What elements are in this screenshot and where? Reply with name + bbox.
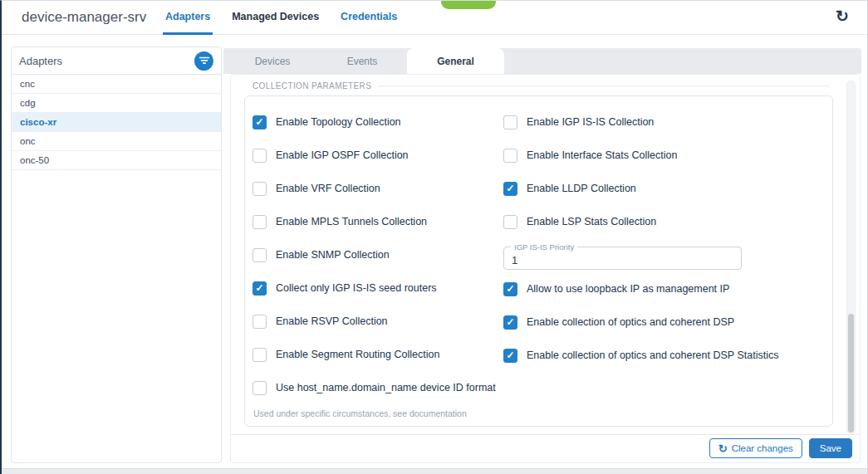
refresh-icon[interactable]: ↻ <box>836 7 849 26</box>
adapters-sidebar: Adapters cnc cdg cisco-xr onc onc-50 <box>11 46 222 463</box>
row-optics-coherent-dsp: Enable collection of optics and coherent… <box>503 305 832 339</box>
checkbox-label: Enable IGP IS-IS Collection <box>527 116 654 128</box>
tab-credentials[interactable]: Credentials <box>338 1 400 35</box>
row-enable-topology: Enable Topology Collection <box>253 105 502 139</box>
checkbox-enable-igp-ospf[interactable] <box>253 149 267 163</box>
checkbox-enable-mpls-tunnels[interactable] <box>253 215 267 229</box>
section-title: COLLECTION PARAMETERS <box>253 81 371 90</box>
tab-devices[interactable]: Devices <box>228 48 317 74</box>
checkbox-optics-coherent-dsp-stats[interactable] <box>503 349 517 363</box>
checkbox-label: Enable collection of optics and coherent… <box>527 349 778 361</box>
filter-icon <box>199 56 209 65</box>
checkbox-label: Enable LSP Stats Collection <box>527 216 656 227</box>
checkbox-label: Allow to use loopback IP as management I… <box>527 283 729 295</box>
row-enable-mpls-tunnels: Enable MPLS Tunnels Collection <box>253 205 502 238</box>
toast-notification <box>441 1 496 9</box>
row-optics-coherent-dsp-stats: Enable collection of optics and coherent… <box>503 339 832 372</box>
save-button[interactable]: Save <box>809 438 852 458</box>
footer-actions: ↻ Clear changes Save <box>709 438 852 458</box>
scrollbar-track[interactable] <box>846 81 856 434</box>
checkbox-label: Collect only IGP IS-IS seed routers <box>276 282 437 294</box>
checkbox-enable-segment-routing[interactable] <box>253 348 267 362</box>
checkbox-label: Enable Interface Stats Collection <box>527 149 677 161</box>
tab-adapters[interactable]: Adapters <box>163 1 213 35</box>
checkbox-label: Enable collection of optics and coherent… <box>527 316 734 328</box>
checkbox-optics-coherent-dsp[interactable] <box>503 315 517 330</box>
checkbox-hostname-device-id[interactable] <box>253 381 267 395</box>
row-enable-vrf: Enable VRF Collection <box>253 172 502 205</box>
sidebar-title: Adapters <box>19 55 62 67</box>
sidebar-header: Adapters <box>12 47 221 75</box>
row-allow-loopback-ip: Allow to use loopback IP as management I… <box>503 272 832 305</box>
checkbox-label: Enable IGP OSPF Collection <box>276 149 409 161</box>
checkbox-enable-igp-isis[interactable] <box>503 115 517 129</box>
checkbox-label: Enable SNMP Collection <box>276 249 390 261</box>
helper-text: Used under specific circumstances, see d… <box>253 408 502 418</box>
checkbox-label: Enable RSVP Collection <box>276 315 388 327</box>
detail-tab-bar: Devices Events General <box>223 48 861 74</box>
checkbox-enable-topology[interactable] <box>253 115 267 129</box>
page-title: device-manager-srv <box>22 1 146 35</box>
row-enable-igp-ospf: Enable IGP OSPF Collection <box>253 139 502 172</box>
checkbox-enable-lsp-stats[interactable] <box>503 215 517 229</box>
bottom-strip <box>2 468 867 474</box>
row-enable-igp-isis: Enable IGP IS-IS Collection <box>503 105 832 139</box>
igp-isis-priority-field: IGP IS-IS Priority <box>503 247 742 270</box>
checkbox-column-right: Enable IGP IS-IS Collection Enable Inter… <box>503 105 832 372</box>
row-enable-segment-routing: Enable Segment Routing Collection <box>253 338 502 371</box>
row-enable-lsp-stats: Enable LSP Stats Collection <box>503 205 832 238</box>
checkbox-enable-vrf[interactable] <box>253 182 267 196</box>
row-collect-seed-routers: Collect only IGP IS-IS seed routers <box>253 271 502 305</box>
checkbox-label: Enable MPLS Tunnels Collection <box>276 216 427 227</box>
general-settings-card: COLLECTION PARAMETERS Enable Topology Co… <box>230 74 861 463</box>
row-enable-rsvp: Enable RSVP Collection <box>253 305 502 338</box>
row-hostname-device-id: Use host_name.domain_name device ID form… <box>253 371 502 404</box>
sidebar-item-cdg[interactable]: cdg <box>12 94 221 113</box>
row-enable-lldp: Enable LLDP Collection <box>503 172 832 205</box>
tab-managed-devices[interactable]: Managed Devices <box>229 1 321 35</box>
checkbox-label: Use host_name.domain_name device ID form… <box>276 382 496 393</box>
section-divider <box>378 86 830 86</box>
collection-parameters-box: Enable Topology Collection Enable IGP OS… <box>244 95 833 427</box>
igp-isis-priority-label: IGP IS-IS Priority <box>511 242 577 252</box>
checkbox-enable-lldp[interactable] <box>503 182 517 196</box>
footer-divider <box>231 434 860 435</box>
scrollbar-thumb[interactable] <box>848 314 854 432</box>
app-window: device-manager-srv Adapters Managed Devi… <box>0 0 868 474</box>
app-header: device-manager-srv Adapters Managed Devi… <box>2 1 867 35</box>
section-header: COLLECTION PARAMETERS <box>253 80 830 91</box>
checkbox-column-left: Enable Topology Collection Enable IGP OS… <box>253 105 502 418</box>
checkbox-label: Enable Topology Collection <box>276 116 401 128</box>
checkbox-enable-rsvp[interactable] <box>253 315 267 329</box>
checkbox-label: Enable LLDP Collection <box>527 183 636 194</box>
row-enable-interface-stats: Enable Interface Stats Collection <box>503 139 832 172</box>
clear-changes-refresh-icon: ↻ <box>718 443 728 454</box>
checkbox-enable-interface-stats[interactable] <box>503 149 517 163</box>
header-tab-bar: Adapters Managed Devices Credentials <box>163 1 400 35</box>
checkbox-allow-loopback-ip[interactable] <box>503 282 517 296</box>
main-area: Devices Events General COLLECTION PARAME… <box>222 46 861 463</box>
sidebar-item-cnc[interactable]: cnc <box>12 75 221 94</box>
tab-general[interactable]: General <box>407 48 504 74</box>
checkbox-enable-snmp[interactable] <box>253 248 267 262</box>
clear-changes-button[interactable]: ↻ Clear changes <box>709 438 802 458</box>
clear-changes-label: Clear changes <box>732 443 793 453</box>
sidebar-item-onc[interactable]: onc <box>12 132 221 151</box>
sidebar-item-cisco-xr[interactable]: cisco-xr <box>12 113 221 132</box>
sidebar-item-onc-50[interactable]: onc-50 <box>12 151 221 170</box>
checkbox-label: Enable Segment Routing Collection <box>276 349 439 360</box>
filter-button[interactable] <box>194 51 213 71</box>
checkbox-collect-seed-routers[interactable] <box>253 281 267 296</box>
tab-events[interactable]: Events <box>317 48 407 74</box>
checkbox-label: Enable VRF Collection <box>276 183 380 194</box>
row-enable-snmp: Enable SNMP Collection <box>253 238 502 271</box>
